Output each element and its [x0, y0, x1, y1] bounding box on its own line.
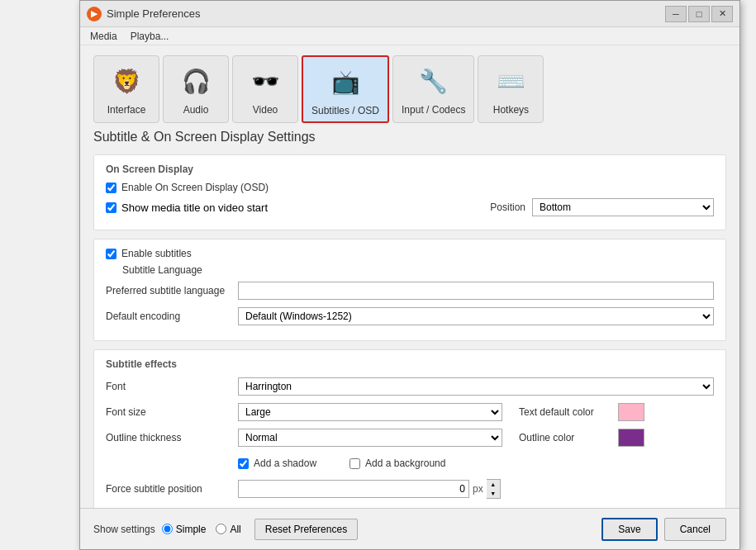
hotkeys-label: Hotkeys	[493, 104, 529, 116]
effects-group-label: Subtitle effects	[106, 358, 714, 370]
nav-tabs: 🦁 Interface 🎧 Audio 🕶️ Video 📺 Subtitles…	[93, 55, 726, 123]
subtitles-icon: 📺	[326, 62, 365, 102]
tab-video[interactable]: 🕶️ Video	[232, 55, 298, 123]
hotkeys-icon: ⌨️	[491, 61, 530, 101]
font-size-control: Large Small Normal Text default color	[238, 403, 714, 421]
position-increment[interactable]: ▲	[487, 480, 500, 489]
position-spinner: ▲ ▼	[487, 479, 501, 499]
enable-subtitles-label[interactable]: Enable subtitles	[121, 248, 192, 259]
encoding-label: Default encoding	[106, 311, 238, 322]
interface-icon: 🦁	[107, 61, 146, 101]
subtitles-label: Subtitles / OSD	[311, 105, 379, 116]
bottom-buttons: Save Cancel	[601, 518, 726, 541]
position-select[interactable]: Bottom Top Left Right	[532, 198, 714, 216]
menu-media[interactable]: Media	[83, 29, 124, 44]
force-position-row: Force subtitle position px ▲ ▼	[106, 479, 714, 499]
main-window: ▶ Simple Preferences ─ □ ✕ Media Playba.…	[79, 0, 740, 550]
enable-osd-row: Enable On Screen Display (OSD)	[106, 182, 714, 193]
force-position-control: px ▲ ▼	[238, 479, 501, 499]
background-label[interactable]: Add a background	[365, 458, 445, 469]
simple-label: Simple	[176, 524, 207, 535]
outline-control: Normal None Thin Thick Outline color	[238, 429, 714, 447]
outline-label: Outline thickness	[106, 432, 238, 443]
osd-group: On Screen Display Enable On Screen Displ…	[93, 154, 726, 230]
tab-interface[interactable]: 🦁 Interface	[93, 55, 159, 123]
tab-input-codecs[interactable]: 🔧 Input / Codecs	[392, 55, 474, 123]
subtitle-language-label: Subtitle Language	[122, 264, 714, 276]
maximize-button[interactable]: □	[688, 6, 710, 22]
font-size-label: Font size	[106, 406, 238, 418]
font-row: Font Harrington Arial Times New Roman	[106, 377, 714, 396]
all-radio-label[interactable]: All	[216, 524, 240, 535]
app-icon: ▶	[87, 7, 102, 21]
cancel-button[interactable]: Cancel	[664, 518, 726, 541]
window-controls: ─ □ ✕	[665, 6, 733, 22]
shadow-label[interactable]: Add a shadow	[254, 458, 316, 469]
encoding-row: Default encoding Default (Windows-1252) …	[106, 306, 714, 326]
show-title-row: Show media title on video start Position…	[106, 198, 714, 216]
show-title-checkbox[interactable]	[106, 202, 116, 213]
tab-subtitles-osd[interactable]: 📺 Subtitles / OSD	[302, 55, 389, 123]
font-size-select[interactable]: Large Small Normal	[238, 403, 502, 421]
font-control: Harrington Arial Times New Roman	[238, 377, 714, 396]
enable-osd-checkbox[interactable]	[106, 183, 116, 193]
all-radio[interactable]	[216, 524, 226, 534]
enable-subtitles-row: Enable subtitles	[106, 248, 714, 259]
position-label: Position	[490, 202, 525, 213]
all-label: All	[230, 524, 240, 535]
simple-radio-label[interactable]: Simple	[162, 524, 207, 535]
font-label: Font	[106, 381, 238, 392]
subtitles-group: Enable subtitles Subtitle Language Prefe…	[93, 239, 726, 341]
bottom-bar: Show settings Simple All Reset Preferenc…	[80, 508, 739, 549]
shadow-bg-control: Add a shadow Add a background	[238, 458, 714, 469]
close-button[interactable]: ✕	[711, 6, 733, 22]
input-codecs-icon: 🔧	[414, 61, 454, 101]
tab-audio[interactable]: 🎧 Audio	[163, 55, 229, 123]
page-title: Subtitle & On Screen Display Settings	[93, 130, 726, 145]
show-settings-label: Show settings	[93, 524, 155, 535]
shadow-checkbox[interactable]	[238, 458, 249, 469]
menu-playback[interactable]: Playba...	[124, 29, 176, 44]
interface-label: Interface	[107, 104, 146, 116]
minimize-button[interactable]: ─	[665, 6, 687, 22]
shadow-bg-row: Add a shadow Add a background	[106, 453, 714, 473]
outline-select[interactable]: Normal None Thin Thick	[238, 429, 502, 447]
encoding-select[interactable]: Default (Windows-1252) UTF-8 ISO-8859-1	[238, 307, 714, 325]
simple-radio[interactable]	[162, 524, 173, 534]
preferred-language-row: Preferred subtitle language	[106, 281, 714, 301]
settings-radio-group: Simple All	[162, 524, 241, 535]
font-size-row: Font size Large Small Normal Text defaul…	[106, 402, 714, 422]
audio-icon: 🎧	[176, 61, 216, 101]
text-color-label: Text default color	[519, 406, 618, 418]
title-bar: ▶ Simple Preferences ─ □ ✕	[80, 1, 739, 27]
position-decrement[interactable]: ▼	[487, 489, 500, 498]
outline-color-label: Outline color	[519, 432, 618, 443]
background-checkbox[interactable]	[349, 458, 360, 469]
tab-hotkeys[interactable]: ⌨️ Hotkeys	[478, 55, 544, 123]
audio-label: Audio	[183, 104, 209, 116]
font-select[interactable]: Harrington Arial Times New Roman	[238, 377, 714, 396]
force-position-input[interactable]	[238, 480, 469, 498]
preferred-lang-control	[238, 282, 714, 300]
position-unit: px	[473, 483, 483, 495]
menu-bar: Media Playba...	[80, 27, 739, 45]
video-icon: 🕶️	[245, 61, 285, 101]
outline-row: Outline thickness Normal None Thin Thick…	[106, 428, 714, 448]
outline-color-button[interactable]	[618, 429, 644, 447]
reset-preferences-button[interactable]: Reset Preferences	[254, 519, 358, 540]
video-label: Video	[253, 104, 278, 116]
encoding-control: Default (Windows-1252) UTF-8 ISO-8859-1	[238, 307, 714, 325]
window-title: Simple Preferences	[107, 7, 665, 20]
text-color-button[interactable]	[618, 403, 644, 421]
preferred-lang-input[interactable]	[238, 282, 714, 300]
save-button[interactable]: Save	[601, 518, 657, 541]
effects-group: Subtitle effects Font Harrington Arial T…	[93, 349, 726, 508]
osd-group-label: On Screen Display	[106, 164, 714, 175]
input-codecs-label: Input / Codecs	[402, 104, 465, 116]
show-title-label[interactable]: Show media title on video start	[121, 202, 268, 214]
preferred-lang-label: Preferred subtitle language	[106, 285, 238, 296]
force-position-label: Force subtitle position	[106, 483, 238, 495]
enable-subtitles-checkbox[interactable]	[106, 249, 116, 259]
content-area: 🦁 Interface 🎧 Audio 🕶️ Video 📺 Subtitles…	[80, 45, 739, 508]
enable-osd-label[interactable]: Enable On Screen Display (OSD)	[121, 182, 269, 193]
